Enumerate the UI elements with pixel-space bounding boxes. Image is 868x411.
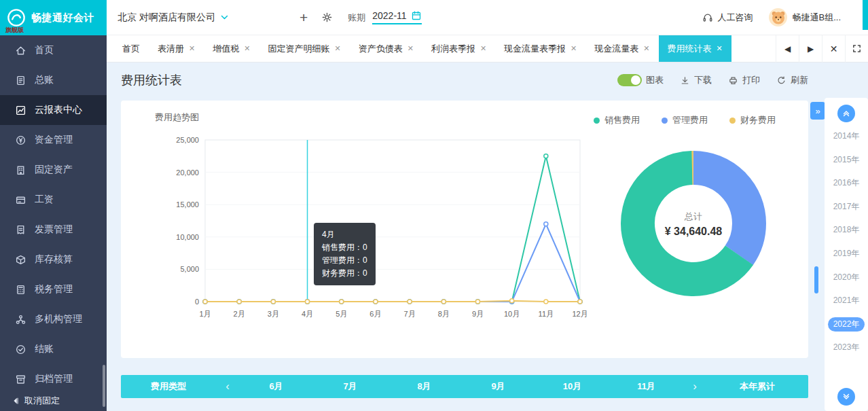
user-menu[interactable]: 畅捷通B组... (769, 8, 841, 26)
svg-text:4月: 4月 (302, 310, 313, 318)
svg-text:10月: 10月 (504, 310, 520, 318)
year-item[interactable]: 2020年 (828, 270, 865, 285)
toggle-label: 图表 (646, 74, 664, 86)
headset-icon (702, 12, 713, 23)
year-item[interactable]: 2016年 (828, 176, 865, 191)
report-chart-icon (15, 105, 26, 116)
expense-total-donut-chart[interactable]: 总计¥ 34,640.48 (609, 139, 778, 308)
refresh-icon (776, 75, 786, 86)
sidebar-item-invoices[interactable]: 发票管理 (0, 215, 107, 245)
period-date-picker[interactable]: 2022-11 (372, 10, 421, 24)
columns-next-button[interactable]: › (683, 380, 706, 393)
year-item[interactable]: 2018年 (828, 223, 865, 238)
year-item[interactable]: 2023年 (828, 340, 865, 355)
tab-home[interactable]: 首页 (113, 35, 149, 62)
download-button[interactable]: 下载 (680, 74, 712, 86)
period-value: 2022-11 (372, 10, 406, 21)
legend-item-admin[interactable]: 管理费用 (662, 114, 708, 126)
avatar (769, 8, 787, 26)
legend-item-sales[interactable]: 销售费用 (594, 114, 640, 126)
tooltip-row: 财务费用：0 (322, 267, 367, 280)
sidebar-item-home[interactable]: 首页 (0, 35, 107, 65)
tab-scroll-right-button[interactable]: ▶ (799, 35, 822, 62)
years-scroll-up-button[interactable] (837, 105, 855, 122)
close-icon[interactable]: ✕ (717, 45, 723, 52)
tab-income-quarterly[interactable]: 利润表季报✕ (422, 35, 495, 62)
tab-cashflow[interactable]: 现金流量表✕ (585, 35, 658, 62)
close-icon[interactable]: ✕ (408, 45, 414, 52)
close-icon[interactable]: ✕ (480, 45, 486, 52)
sidebar-item-label: 税务管理 (35, 283, 73, 296)
print-button[interactable]: 打印 (728, 74, 760, 86)
refresh-label: 刷新 (791, 74, 808, 86)
sidebar-scrollbar[interactable] (103, 365, 105, 407)
year-item[interactable]: 2017年 (828, 200, 865, 215)
close-icon[interactable]: ✕ (571, 45, 577, 52)
printer-icon (728, 75, 738, 86)
refresh-button[interactable]: 刷新 (776, 74, 808, 86)
close-icon[interactable]: ✕ (334, 45, 340, 52)
sidebar-item-cloud-reports[interactable]: 云报表中心 (0, 95, 107, 125)
year-item[interactable]: 2019年 (828, 247, 865, 262)
tab-balance-sheet[interactable]: 资产负债表✕ (350, 35, 422, 62)
tab-scroll-left-button[interactable]: ◀ (776, 35, 799, 62)
legend-label: 管理费用 (672, 114, 708, 126)
year-item[interactable]: 2021年 (828, 293, 865, 308)
sidebar-item-payroll[interactable]: 工资 (0, 185, 107, 215)
svg-text:¥ 34,640.48: ¥ 34,640.48 (665, 226, 723, 237)
svg-text:8月: 8月 (438, 310, 450, 318)
sidebar-item-funds[interactable]: 资金管理 (0, 125, 107, 155)
tab-label: 费用统计表 (668, 43, 712, 55)
download-icon (680, 75, 690, 86)
legend-item-finance[interactable]: 财务费用 (729, 114, 776, 126)
top-header: 畅捷通好会计 旗舰版 北京 对啊酒店有限公司 + 账期 2022-11 (0, 0, 868, 35)
unpin-sidebar-button[interactable]: 取消固定 (0, 391, 107, 411)
brand-logo: 畅捷通好会计 旗舰版 (0, 0, 107, 35)
sidebar-item-inventory[interactable]: 库存核算 (0, 245, 107, 274)
close-icon[interactable]: ✕ (643, 45, 649, 52)
expand-panel-button[interactable]: » (810, 102, 825, 120)
fullscreen-button[interactable] (845, 35, 868, 62)
sidebar-item-multi-org[interactable]: 多机构管理 (0, 304, 107, 334)
column-year-total: 本年累计 (706, 380, 808, 393)
expense-trend-line-chart[interactable]: 05,00010,00015,00020,00025,0001月2月3月4月5月… (162, 132, 596, 325)
support-link[interactable]: 人工咨询 (702, 12, 753, 24)
app-window: 畅捷通好会计 旗舰版 北京 对啊酒店有限公司 + 账期 2022-11 (0, 0, 868, 411)
company-selector[interactable]: 北京 对啊酒店有限公司 (117, 12, 285, 24)
column-month: 7月 (313, 380, 387, 393)
tab-fixed-asset-detail[interactable]: 固定资产明细账✕ (259, 35, 349, 62)
archive-icon (15, 374, 26, 385)
close-icon[interactable]: ✕ (244, 45, 250, 52)
legend-label: 销售费用 (604, 114, 640, 126)
columns-prev-button[interactable]: ‹ (216, 380, 239, 393)
svg-text:0: 0 (195, 298, 199, 306)
sidebar-item-label: 发票管理 (35, 224, 73, 236)
year-item[interactable]: 2015年 (828, 153, 865, 168)
years-scroll-down-button[interactable] (837, 388, 855, 406)
tab-expense-statistics[interactable]: 费用统计表✕ (659, 35, 731, 62)
sidebar-item-tax[interactable]: 税务管理 (0, 274, 107, 304)
legend-label: 财务费用 (740, 114, 776, 126)
period-label: 账期 (348, 12, 365, 24)
gear-icon[interactable] (321, 12, 333, 23)
sidebar-item-archive[interactable]: 归档管理 (0, 364, 107, 394)
sidebar-nav: 首页 总账 云报表中心 资金管理 固定资产 工资 发票管理 库存核算 (0, 35, 107, 411)
tab-vat[interactable]: 增值税✕ (204, 35, 259, 62)
box-icon (15, 254, 26, 266)
sidebar-item-label: 结账 (35, 343, 54, 355)
sidebar-item-fixed-assets[interactable]: 固定资产 (0, 155, 107, 185)
svg-text:15,000: 15,000 (176, 200, 199, 209)
chart-toggle[interactable] (617, 74, 642, 86)
close-icon[interactable]: ✕ (189, 45, 195, 52)
tabs-close-button[interactable]: ✕ (822, 35, 845, 62)
tab-cashflow-quarterly[interactable]: 现金流量表季报✕ (495, 35, 585, 62)
sidebar-item-general-ledger[interactable]: 总账 (0, 65, 107, 95)
year-item[interactable]: 2014年 (828, 129, 865, 144)
tab-report-list[interactable]: 表清册✕ (149, 35, 204, 62)
sidebar-item-closing[interactable]: 结账 (0, 334, 107, 364)
vertical-scrollbar-thumb[interactable] (814, 266, 818, 293)
salary-card-icon (15, 194, 26, 206)
add-button[interactable]: + (300, 10, 308, 26)
year-item-selected[interactable]: 2022年 (828, 317, 865, 332)
svg-text:7月: 7月 (404, 310, 416, 318)
